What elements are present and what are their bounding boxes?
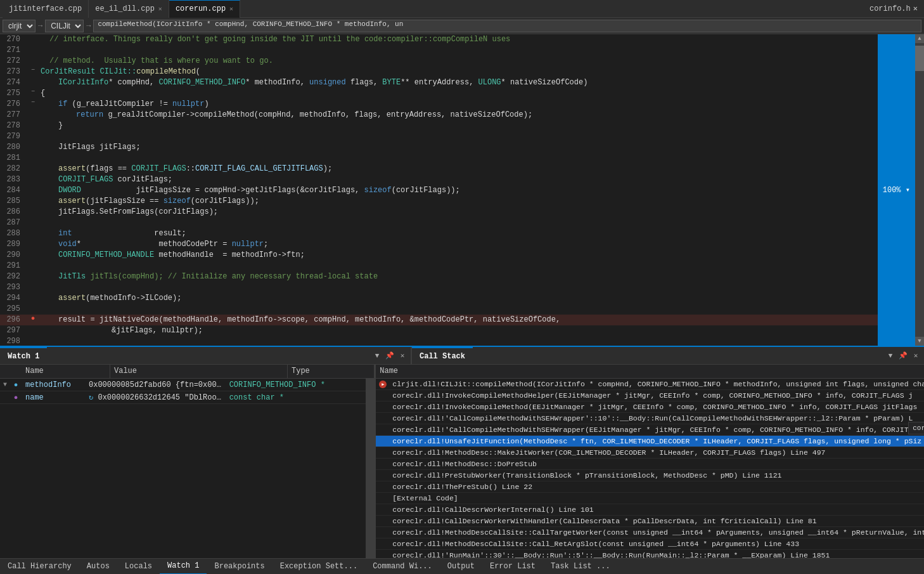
breadcrumb-left-dropdown[interactable]: clrjit xyxy=(3,20,35,32)
code-line-279[interactable]: 279 xyxy=(0,131,878,142)
line-number-278: 278 xyxy=(0,121,28,131)
cs-row-9[interactable]: coreclr.dll!ThePreStub() Line 22Unknown xyxy=(376,481,924,493)
line-number-290: 290 xyxy=(0,250,28,261)
cs-row-5[interactable]: coreclr.dll!UnsafeJitFunction(MethodDesc… xyxy=(376,436,924,447)
close-ee-il-dll-icon[interactable]: ✕ xyxy=(158,5,162,13)
line-number-295: 295 xyxy=(0,304,28,315)
tab-ee-il-dll[interactable]: ee_il_dll.cpp ✕ xyxy=(89,0,169,18)
code-line-283[interactable]: 283CORJIT_FLAGS corJitFlags; xyxy=(0,174,878,185)
refresh-icon-1: ↻ xyxy=(89,393,98,402)
cs-row-14[interactable]: coreclr.dll!MethodDescCallSite::Call_Ret… xyxy=(376,538,924,550)
panels-content: Name Value Type ▼●methodInfo0x00000085d2… xyxy=(0,365,924,558)
code-line-297[interactable]: 297&jitFlags, nullptr); xyxy=(0,325,878,336)
cs-row-8[interactable]: coreclr.dll!PreStubWorker(TransitionBloc… xyxy=(376,470,924,481)
tab-jitinterface[interactable]: jitinterface.cpp xyxy=(3,0,89,18)
code-line-271[interactable]: 271 xyxy=(0,45,878,56)
bottom-tab-autos[interactable]: Autos xyxy=(79,559,117,575)
watch-panel-pin-icon[interactable]: 📌 xyxy=(384,350,395,362)
cs-row-name-1: coreclr.dll!InvokeCompileMethodHelper(EE… xyxy=(390,391,924,400)
code-line-298[interactable]: 298 xyxy=(0,336,878,346)
code-line-292[interactable]: 292JitTls jitTls(compHnd); // Initialize… xyxy=(0,271,878,282)
cs-row-1[interactable]: coreclr.dll!InvokeCompileMethodHelper(EE… xyxy=(376,390,924,401)
watch-rows[interactable]: ▼●methodInfo0x00000085d2fabd60 {ftn=0x00… xyxy=(0,379,366,558)
code-line-272[interactable]: 272// method. Usually that is where you … xyxy=(0,56,878,67)
code-line-280[interactable]: 280JitFlags jitFlags; xyxy=(0,142,878,153)
bottom-tab-call-hierarchy[interactable]: Call Hierarchy xyxy=(0,559,79,575)
cs-row-4[interactable]: coreclr.dll!'CallCompileMethodWithSEHWra… xyxy=(376,424,924,436)
code-line-277[interactable]: 277return g_realJitCompiler->compileMeth… xyxy=(0,110,878,121)
bottom-tab-task-list-...[interactable]: Task List ... xyxy=(543,559,618,575)
bottom-tab-output[interactable]: Output xyxy=(440,559,482,575)
watch-panel-close-icon[interactable]: ✕ xyxy=(397,350,408,362)
code-line-296[interactable]: 296●result = jitNativeCode(methodHandle,… xyxy=(0,315,878,325)
cs-row-11[interactable]: coreclr.dll!CallDescrWorkerInternal() Li… xyxy=(376,504,924,516)
code-line-275[interactable]: 275−{ xyxy=(0,88,878,99)
line-content-296: result = jitNativeCode(methodHandle, met… xyxy=(38,315,878,325)
code-line-270[interactable]: 270// interface. Things really don't get… xyxy=(0,34,878,45)
scrollbar-thumb[interactable] xyxy=(915,46,924,71)
editor-scrollbar[interactable]: ▲ ▼ xyxy=(915,34,924,346)
cs-row-3[interactable]: coreclr.dll!'CallCompileMethodWithSEHWra… xyxy=(376,413,924,424)
collapse-icon-273[interactable]: − xyxy=(31,67,35,74)
zoom-level[interactable]: 100% ▾ xyxy=(883,185,910,195)
scrollbar-down-icon[interactable]: ▼ xyxy=(915,337,924,346)
code-line-290[interactable]: 290CORINFO_METHOD_HANDLE methodHandle = … xyxy=(0,250,878,261)
bottom-tab-watch-1[interactable]: Watch 1 xyxy=(160,559,207,575)
code-line-287[interactable]: 287 xyxy=(0,218,878,228)
callstack-rows[interactable]: ▶clrjit.dll!CILJit::compileMethod(ICorJi… xyxy=(376,379,924,558)
code-line-288[interactable]: 288int result; xyxy=(0,228,878,239)
code-line-289[interactable]: 289void* methodCodePtr = nullptr; xyxy=(0,239,878,250)
code-line-273[interactable]: 273−CorJitResult CILJit::compileMethod( xyxy=(0,67,878,77)
line-number-296: 296 xyxy=(0,315,28,325)
cs-row-6[interactable]: coreclr.dll!MethodDesc::MakeJitWorker(CO… xyxy=(376,447,924,459)
code-line-295[interactable]: 295 xyxy=(0,304,878,315)
callstack-panel-dropdown-icon[interactable]: ▼ xyxy=(885,350,896,362)
cs-row-name-10: [External Code] xyxy=(390,493,924,503)
bottom-tab-error-list[interactable]: Error List xyxy=(482,559,543,575)
watch-panel-dropdown-icon[interactable]: ▼ xyxy=(371,350,383,362)
callstack-panel-pin-icon[interactable]: 📌 xyxy=(897,350,909,362)
code-line-293[interactable]: 293 xyxy=(0,282,878,293)
collapse-icon-275[interactable]: − xyxy=(31,88,35,95)
tab-corerun[interactable]: corerun.cpp ✕ xyxy=(169,0,240,18)
cs-row-12[interactable]: coreclr.dll!CallDescrWorkerWithHandler(C… xyxy=(376,516,924,527)
line-gutter-296: ● xyxy=(28,315,38,322)
code-line-282[interactable]: 282assert(flags == CORJIT_FLAGS::CORJIT_… xyxy=(0,164,878,174)
code-line-294[interactable]: 294assert(methodInfo->ILCode); xyxy=(0,293,878,304)
breadcrumb-right-dropdown[interactable]: CILJit xyxy=(45,20,84,32)
collapse-icon-276[interactable]: − xyxy=(31,99,35,106)
close-right-tab-icon[interactable]: ✕ xyxy=(913,4,918,13)
callstack-panel-close-icon[interactable]: ✕ xyxy=(910,350,921,362)
code-line-291[interactable]: 291 xyxy=(0,261,878,271)
breakpoint-icon-296[interactable]: ● xyxy=(31,315,35,322)
line-number-272: 272 xyxy=(0,56,28,67)
code-line-284[interactable]: 284DWORD jitFlagsSize = compHnd->getJitF… xyxy=(0,185,878,196)
bottom-tab-command-wi...[interactable]: Command Wi... xyxy=(365,559,440,575)
scrollbar-up-icon[interactable]: ▲ xyxy=(915,34,924,43)
cs-row-0[interactable]: ▶clrjit.dll!CILJit::compileMethod(ICorJi… xyxy=(376,379,924,390)
code-line-281[interactable]: 281 xyxy=(0,153,878,164)
watch-expand-0[interactable]: ▼ xyxy=(0,381,10,388)
cs-row-13[interactable]: coreclr.dll!MethodDescCallSite::CallTarg… xyxy=(376,527,924,538)
watch-panel: Name Value Type ▼●methodInfo0x00000085d2… xyxy=(0,365,376,558)
code-line-274[interactable]: 274ICorJitInfo* compHnd, CORINFO_METHOD_… xyxy=(0,77,878,88)
code-line-278[interactable]: 278} xyxy=(0,121,878,131)
bottom-tab-breakpoints[interactable]: Breakpoints xyxy=(207,559,272,575)
line-number-276: 276 xyxy=(0,99,28,110)
bottom-tab-exception-sett...[interactable]: Exception Sett... xyxy=(273,559,365,575)
cs-row-10[interactable]: [External Code] xyxy=(376,493,924,504)
watch-row-1[interactable]: ●name↻ 0x0000026632d12645 "DblRoots"cons… xyxy=(0,391,366,404)
cs-row-name-9: coreclr.dll!ThePreStub() Line 22 xyxy=(390,482,924,492)
cs-row-name-4: coreclr.dll!'CallCompileMethodWithSEHWra… xyxy=(390,425,924,434)
code-line-276[interactable]: 276−if (g_realJitCompiler != nullptr) xyxy=(0,99,878,110)
watch-scrollbar[interactable] xyxy=(366,379,375,558)
code-line-286[interactable]: 286jitFlags.SetFromFlags(corJitFlags); xyxy=(0,207,878,218)
code-line-285[interactable]: 285assert(jitFlagsSize == sizeof(corJitF… xyxy=(0,196,878,207)
watch-row-0[interactable]: ▼●methodInfo0x00000085d2fabd60 {ftn=0x00… xyxy=(0,379,366,391)
close-corerun-icon[interactable]: ✕ xyxy=(229,5,233,13)
cs-row-15[interactable]: coreclr.dll!'RunMain'::30'::__Body::Run'… xyxy=(376,550,924,558)
cs-row-2[interactable]: coreclr.dll!InvokeCompileMethod(EEJitMan… xyxy=(376,401,924,413)
bottom-tab-locals[interactable]: Locals xyxy=(117,559,160,575)
editor-scroll[interactable]: 270// interface. Things really don't get… xyxy=(0,34,878,346)
cs-row-7[interactable]: coreclr.dll!MethodDesc::DoPreStub xyxy=(376,459,924,470)
